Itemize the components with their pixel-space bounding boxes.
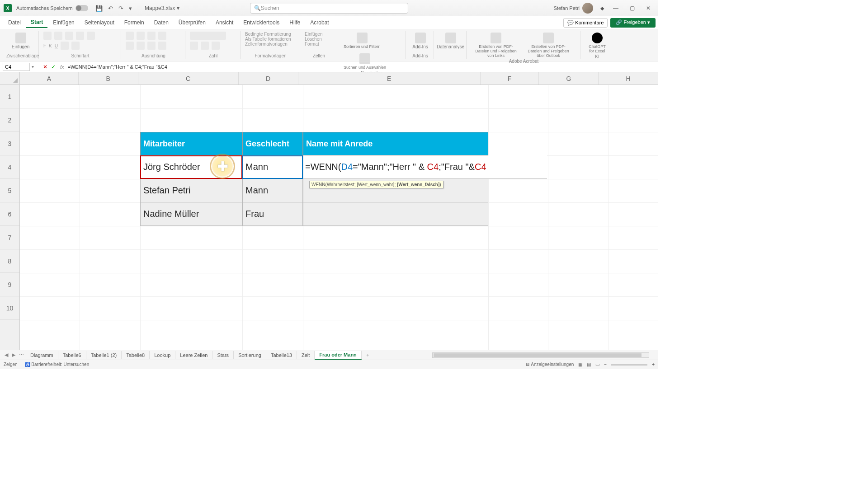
undo-icon[interactable]: ↶ [108, 5, 113, 12]
cell-d4[interactable]: Mann [242, 155, 303, 179]
document-title[interactable]: Mappe3.xlsx ▾ [145, 5, 179, 11]
tab-einfuegen[interactable]: Einfügen [48, 18, 79, 28]
add-sheet-button[interactable]: ＋ [362, 352, 374, 358]
select-all-corner[interactable] [0, 72, 20, 85]
tab-daten[interactable]: Daten [150, 18, 173, 28]
addins-button[interactable]: Add-Ins [410, 32, 430, 50]
row-header[interactable]: 3 [0, 132, 19, 155]
col-header-h[interactable]: H [599, 72, 658, 84]
col-header-g[interactable]: G [539, 72, 599, 84]
namebox-dropdown-icon[interactable]: ▾ [32, 64, 34, 69]
sheet-tab[interactable]: Leere Zeilen [175, 351, 212, 359]
pdf-link-button[interactable]: Erstellen von PDF-Dateien und Freigeben … [471, 32, 521, 59]
tab-seitenlayout[interactable]: Seitenlayout [80, 18, 119, 28]
tab-ueberpruefen[interactable]: Überprüfen [174, 18, 210, 28]
view-pagelayout-icon[interactable]: ▤ [587, 362, 591, 367]
cells-area[interactable]: Mitarbeiter Geschlecht Name mit Anrede J… [20, 85, 658, 350]
maximize-button[interactable]: ▢ [626, 5, 638, 11]
data-analysis-button[interactable]: Datenanalyse [439, 32, 462, 50]
row-header[interactable]: 10 [0, 296, 19, 320]
col-header-f[interactable]: F [481, 72, 539, 84]
cell-styles-button[interactable]: Zellenformatvorlagen [245, 42, 296, 47]
tab-datei[interactable]: Datei [4, 18, 25, 28]
sheet-tab[interactable]: Zeit [297, 351, 315, 359]
table-header-mitarbeiter[interactable]: Mitarbeiter [140, 132, 242, 155]
col-header-c[interactable]: C [138, 72, 239, 84]
format-cells-button[interactable]: Format [305, 42, 333, 47]
cell-e4-editing[interactable]: =WENN(D4="Mann";"Herr " & C4;"Frau "&C4 [303, 155, 547, 179]
diamond-icon[interactable]: ◆ [600, 5, 604, 11]
table-header-anrede[interactable]: Name mit Anrede [303, 132, 488, 155]
save-icon[interactable]: 💾 [95, 5, 103, 12]
sheet-tab[interactable]: Sortierung [234, 351, 266, 359]
delete-cells-button[interactable]: Löschen [305, 37, 333, 42]
cell-c5[interactable]: Stefan Petri [140, 179, 242, 202]
col-header-b[interactable]: B [79, 72, 138, 84]
cell-d5[interactable]: Mann [242, 179, 303, 202]
toggle-switch-icon[interactable] [75, 5, 88, 11]
cond-format-button[interactable]: Bedingte Formatierung [245, 32, 296, 37]
row-header[interactable]: 4 [0, 155, 19, 179]
zoom-slider[interactable] [611, 364, 647, 366]
autosave-toggle[interactable]: Automatisches Speichern [16, 5, 88, 11]
tab-formeln[interactable]: Formeln [120, 18, 149, 28]
horizontal-scrollbar[interactable] [432, 352, 649, 358]
cell-e6[interactable] [303, 202, 488, 226]
zoom-in-icon[interactable]: + [652, 362, 655, 367]
fx-icon[interactable]: fx [58, 64, 66, 70]
sheet-tab[interactable]: Tabelle8 [122, 351, 150, 359]
format-table-button[interactable]: Als Tabelle formatieren [245, 37, 296, 42]
paste-button[interactable]: Einfügen [6, 32, 35, 50]
sheet-tab[interactable]: Stars [212, 351, 234, 359]
cell-d6[interactable]: Frau [242, 202, 303, 226]
row-header[interactable]: 8 [0, 249, 19, 273]
row-header[interactable]: 5 [0, 179, 19, 202]
tab-acrobat[interactable]: Acrobat [306, 18, 333, 28]
cell-c6[interactable]: Nadine Müller [140, 202, 242, 226]
sheet-tab[interactable]: Tabelle13 [266, 351, 297, 359]
row-header[interactable]: 2 [0, 108, 19, 132]
search-box[interactable]: 🔍 Suchen [250, 3, 408, 14]
sheet-tab[interactable]: Tabelle1 (2) [86, 351, 122, 359]
sheet-tab-active[interactable]: Frau oder Mann [315, 351, 362, 360]
accept-formula-icon[interactable]: ✓ [50, 64, 57, 70]
sheet-nav-next[interactable]: ▶ [10, 352, 17, 358]
col-header-d[interactable]: D [239, 72, 298, 84]
find-select-button[interactable]: Suchen und Auswählen [342, 52, 388, 70]
row-header[interactable]: 1 [0, 85, 19, 108]
chatgpt-button[interactable]: ChatGPT for Excel [585, 32, 609, 54]
table-header-geschlecht[interactable]: Geschlecht [242, 132, 303, 155]
accessibility-status[interactable]: ♿ Barrierefreiheit: Untersuchen [25, 362, 90, 367]
col-header-a[interactable]: A [20, 72, 79, 84]
close-button[interactable]: ✕ [642, 5, 655, 11]
user-account[interactable]: Stefan Petri ◆ [554, 3, 604, 14]
view-normal-icon[interactable]: ▦ [578, 362, 582, 367]
row-header[interactable]: 6 [0, 202, 19, 226]
sort-filter-button[interactable]: Sortieren und Filtern [342, 32, 382, 50]
insert-cells-button[interactable]: Einfügen [305, 32, 333, 37]
tab-start[interactable]: Start [26, 17, 47, 28]
tab-entwicklertools[interactable]: Entwicklertools [239, 18, 284, 28]
share-button[interactable]: 🔗 Freigeben ▾ [610, 18, 656, 28]
view-pagebreak-icon[interactable]: ▭ [595, 362, 599, 367]
minimize-button[interactable]: — [609, 5, 622, 11]
qat-dropdown-icon[interactable]: ▾ [129, 5, 132, 12]
row-header[interactable]: 9 [0, 273, 19, 296]
comments-button[interactable]: 💬 Kommentare [563, 18, 608, 28]
sheet-nav-prev[interactable]: ◀ [3, 352, 10, 358]
tab-hilfe[interactable]: Hilfe [285, 18, 305, 28]
sheet-tab[interactable]: Lookup [150, 351, 175, 359]
sheet-tab[interactable]: Diagramm [26, 351, 58, 359]
cell-c4[interactable]: Jörg Schröder [140, 155, 242, 179]
sheet-tab[interactable]: Tabelle6 [58, 351, 86, 359]
cancel-formula-icon[interactable]: ✕ [42, 64, 48, 70]
pdf-outlook-button[interactable]: Erstellen von PDF-Dateien und Freigeben … [524, 32, 573, 59]
sheet-nav-more[interactable]: ⋯ [17, 352, 26, 358]
name-box[interactable]: C4 [3, 63, 30, 71]
tab-ansicht[interactable]: Ansicht [211, 18, 238, 28]
col-header-e[interactable]: E [298, 72, 481, 84]
row-header[interactable]: 7 [0, 226, 19, 249]
zoom-out-icon[interactable]: − [604, 362, 607, 367]
redo-icon[interactable]: ↷ [118, 5, 123, 12]
display-settings-button[interactable]: 🖥 Anzeigeeinstellungen [525, 362, 574, 367]
